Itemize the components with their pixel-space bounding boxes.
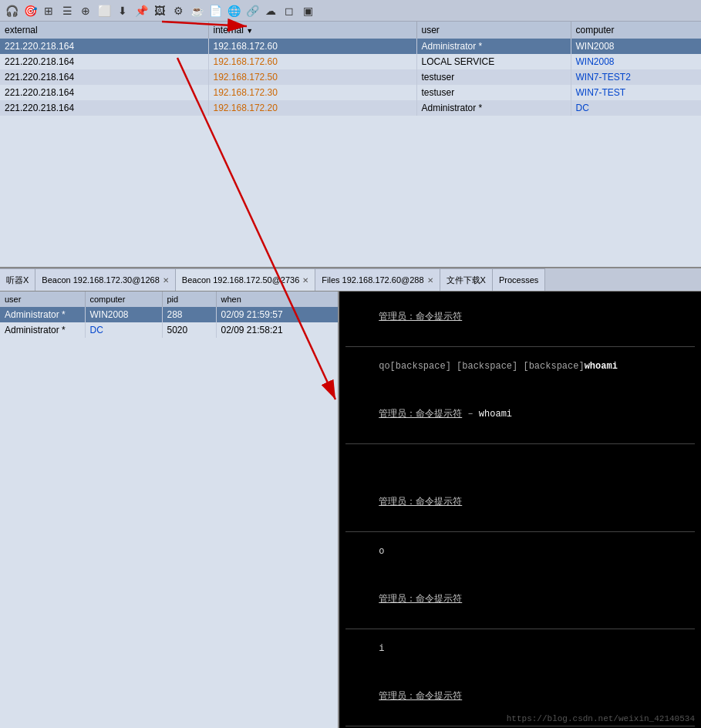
term-prompt-1: 管理员：命令提示符 <box>345 299 695 334</box>
term-blank-2 <box>345 447 695 458</box>
toolbar: 🎧 🎯 ⊞ ☰ ⊕ ⬜ ⬇ 📌 🖼 ⚙ ☕ 📄 🌐 🔗 ☁ ◻ ▣ <box>0 0 701 22</box>
sessions-table: external internal ▼ user computer 221.22… <box>0 22 701 116</box>
settings-icon[interactable]: ⚙ <box>170 2 187 19</box>
globe-icon[interactable]: 🌐 <box>225 2 242 19</box>
pin-icon[interactable]: 📌 <box>133 2 150 19</box>
term-prompt-5: 管理员：命令提示符 <box>345 679 695 713</box>
tab-beacon2[interactable]: Beacon 192.168.172.50@2736 ✕ <box>176 268 315 292</box>
tab-bar: 听器X Beacon 192.168.172.30@1268 ✕ Beacon … <box>0 268 701 292</box>
tab-beacon1[interactable]: Beacon 192.168.172.30@1268 ✕ <box>35 268 175 292</box>
menu-icon[interactable]: ☰ <box>59 2 76 19</box>
table-row[interactable]: 221.220.218.164 192.168.172.50 testuser … <box>0 69 701 85</box>
term-prompt-3: 管理员：命令提示符 <box>345 484 695 519</box>
term-prompt-2: 管理员：命令提示符 – whoami <box>345 396 695 431</box>
coffee-icon[interactable]: ☕ <box>188 2 205 19</box>
term-blank-1 <box>345 384 695 395</box>
term-prompt-4: 管理员：命令提示符 <box>345 581 695 616</box>
col-user[interactable]: user <box>416 22 571 39</box>
box2-icon[interactable]: ▣ <box>299 2 316 19</box>
term-sep-1 <box>345 335 695 347</box>
col-internal[interactable]: internal ▼ <box>208 22 416 39</box>
term-sep-3 <box>345 521 695 532</box>
tab-processes[interactable]: Processes <box>493 268 545 292</box>
crosshair-icon[interactable]: ⊕ <box>77 2 94 19</box>
col-external[interactable]: external <box>0 22 208 39</box>
script-icon[interactable]: 📄 <box>207 2 224 19</box>
term-cmd-1: qo[backspace] [backspace] [backspace]who… <box>345 350 695 383</box>
terminal-pane[interactable]: 管理员：命令提示符 qo[backspace] [backspace] [bac… <box>339 292 701 728</box>
term-blank-3 <box>345 460 695 470</box>
bottom-pane: user computer pid when Administrator * W… <box>0 292 701 728</box>
image-icon[interactable]: 🖼 <box>151 2 168 19</box>
term-sep-4 <box>345 618 695 629</box>
term-blank-4 <box>345 472 695 483</box>
download-icon[interactable]: ⬇ <box>114 2 131 19</box>
box1-icon[interactable]: ◻ <box>281 2 298 19</box>
grid-icon[interactable]: ⊞ <box>40 2 57 19</box>
tab-files[interactable]: Files 192.168.172.60@288 ✕ <box>315 268 440 292</box>
tab-close-files[interactable]: ✕ <box>427 276 433 285</box>
col-sl-pid[interactable]: pid <box>162 292 216 307</box>
headset-icon[interactable]: 🎧 <box>3 2 20 19</box>
table-row[interactable]: 221.220.218.164 192.168.172.30 testuser … <box>0 85 701 100</box>
col-computer[interactable]: computer <box>571 22 701 39</box>
cloud-icon[interactable]: ☁ <box>262 2 279 19</box>
list-item[interactable]: Administrator * DC 5020 02/09 21:58:21 <box>0 322 339 338</box>
sessions-table-pane: external internal ▼ user computer 221.22… <box>0 22 701 268</box>
col-sl-user[interactable]: user <box>0 292 85 307</box>
term-result-1: o <box>345 535 695 568</box>
col-sl-computer[interactable]: computer <box>85 292 162 307</box>
target-icon[interactable]: 🎯 <box>22 2 39 19</box>
table-row[interactable]: 221.220.218.164 192.168.172.20 Administr… <box>0 100 701 116</box>
term-result-2: i <box>345 632 695 665</box>
tab-close-beacon2[interactable]: ✕ <box>302 276 308 285</box>
term-blank-6 <box>345 666 695 677</box>
import-icon[interactable]: ⬜ <box>96 2 113 19</box>
tab-listeners[interactable]: 听器X <box>0 268 35 292</box>
session-list-table: user computer pid when Administrator * W… <box>0 292 339 338</box>
table-row[interactable]: 221.220.218.164 192.168.172.60 Administr… <box>0 39 701 54</box>
term-sep-2 <box>345 433 695 444</box>
term-blank-5 <box>345 569 695 580</box>
list-item[interactable]: Administrator * WIN2008 288 02/09 21:59:… <box>0 307 339 322</box>
watermark: https://blog.csdn.net/weixin_42140534 <box>507 714 695 723</box>
sessions-scroll-area[interactable]: external internal ▼ user computer 221.22… <box>0 22 701 267</box>
tab-downloads[interactable]: 文件下载X <box>440 268 493 292</box>
tab-close-beacon1[interactable]: ✕ <box>163 276 169 285</box>
session-list-pane: user computer pid when Administrator * W… <box>0 292 339 728</box>
col-sl-when[interactable]: when <box>216 292 339 307</box>
link-icon[interactable]: 🔗 <box>244 2 261 19</box>
table-row[interactable]: 221.220.218.164 192.168.172.60 LOCAL SER… <box>0 54 701 69</box>
